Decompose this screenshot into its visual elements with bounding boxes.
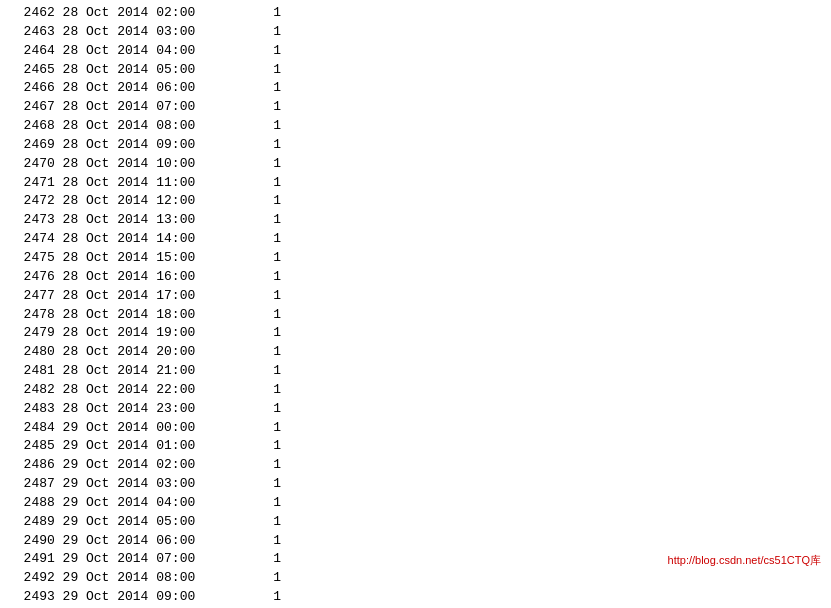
- table-row: 2474 28 Oct 2014 14:00 1: [8, 230, 823, 249]
- table-row: 2488 29 Oct 2014 04:00 1: [8, 494, 823, 513]
- table-row: 2489 29 Oct 2014 05:00 1: [8, 513, 823, 532]
- table-row: 2484 29 Oct 2014 00:00 1: [8, 419, 823, 438]
- data-table: 2462 28 Oct 2014 02:00 1 2463 28 Oct 201…: [8, 4, 823, 608]
- table-row: 2464 28 Oct 2014 04:00 1: [8, 42, 823, 61]
- table-row: 2481 28 Oct 2014 21:00 1: [8, 362, 823, 381]
- table-row: 2476 28 Oct 2014 16:00 1: [8, 268, 823, 287]
- table-row: 2472 28 Oct 2014 12:00 1: [8, 192, 823, 211]
- table-row: 2480 28 Oct 2014 20:00 1: [8, 343, 823, 362]
- table-row: 2463 28 Oct 2014 03:00 1: [8, 23, 823, 42]
- table-row: 2483 28 Oct 2014 23:00 1: [8, 400, 823, 419]
- table-row: 2468 28 Oct 2014 08:00 1: [8, 117, 823, 136]
- table-row: 2473 28 Oct 2014 13:00 1: [8, 211, 823, 230]
- table-row: 2478 28 Oct 2014 18:00 1: [8, 306, 823, 325]
- table-row: 2493 29 Oct 2014 09:00 1: [8, 588, 823, 607]
- table-row: 2482 28 Oct 2014 22:00 1: [8, 381, 823, 400]
- table-row: 2477 28 Oct 2014 17:00 1: [8, 287, 823, 306]
- table-row: 2469 28 Oct 2014 09:00 1: [8, 136, 823, 155]
- watermark: http://blog.csdn.net/cs51CTQ库: [668, 553, 821, 568]
- table-row: 2490 29 Oct 2014 06:00 1: [8, 532, 823, 551]
- table-row: 2479 28 Oct 2014 19:00 1: [8, 324, 823, 343]
- table-row: 2471 28 Oct 2014 11:00 1: [8, 174, 823, 193]
- table-row: 2485 29 Oct 2014 01:00 1: [8, 437, 823, 456]
- table-row: 2487 29 Oct 2014 03:00 1: [8, 475, 823, 494]
- table-row: 2486 29 Oct 2014 02:00 1: [8, 456, 823, 475]
- table-row: 2475 28 Oct 2014 15:00 1: [8, 249, 823, 268]
- table-row: 2492 29 Oct 2014 08:00 1: [8, 569, 823, 588]
- table-row: 2470 28 Oct 2014 10:00 1: [8, 155, 823, 174]
- table-row: 2462 28 Oct 2014 02:00 1: [8, 4, 823, 23]
- table-row: 2466 28 Oct 2014 06:00 1: [8, 79, 823, 98]
- table-row: 2465 28 Oct 2014 05:00 1: [8, 61, 823, 80]
- terminal-window: 2462 28 Oct 2014 02:00 1 2463 28 Oct 201…: [0, 0, 831, 608]
- table-row: 2467 28 Oct 2014 07:00 1: [8, 98, 823, 117]
